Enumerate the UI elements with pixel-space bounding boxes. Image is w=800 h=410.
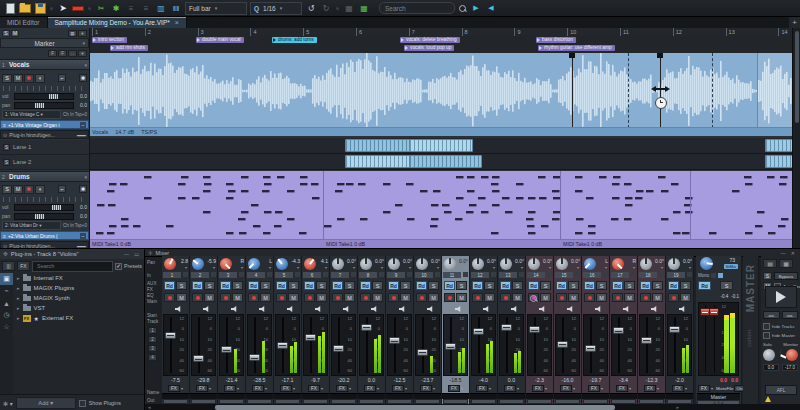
tab-project[interactable]: Samplitude Mixing Demo - You Are.VIP* × [48,17,187,28]
search-icon[interactable] [458,4,467,13]
mixer-channel-10[interactable]: 0.0°▾10RdSM12010204060-23.7FX▾ [414,256,442,404]
pan-knob[interactable] [556,258,568,270]
fx-button[interactable]: FX▾ [304,385,327,392]
read-automation-button[interactable]: Rd [528,281,539,290]
new-file-icon[interactable] [4,3,16,14]
mute-button[interactable]: M [372,293,383,302]
channel-number[interactable]: 17 [611,272,636,278]
speaker-icon[interactable] [175,306,182,312]
track-lock-icon[interactable]: ⌐ [58,74,66,82]
read-automation-button[interactable]: Rd [332,281,343,290]
mixer-channel-16[interactable]: L▾16RdSM12010204060-19.7FX▾ [582,256,610,404]
fx-button[interactable]: FX▾ [164,385,187,392]
mute-button[interactable]: M [260,293,271,302]
track-mute-button[interactable]: M [13,185,23,194]
pan-knob[interactable] [304,258,316,270]
stereo-enhancer-knob[interactable] [700,257,713,270]
speaker-icon[interactable] [259,306,266,312]
speaker-icon[interactable] [287,306,294,312]
track-header-drums[interactable]: 2 Drums▾ [0,171,89,182]
fx-button[interactable]: FX▾ [332,385,355,392]
speaker-icon[interactable] [651,306,658,312]
record-button[interactable] [304,293,315,302]
midi-notes[interactable] [90,171,792,240]
track-bank-3-button[interactable]: 3 [148,345,157,352]
mixer-window-buttons[interactable]: — ✕ [780,250,797,256]
solo-button[interactable]: S [680,281,691,290]
solo-button[interactable]: S [652,281,663,290]
marker-menu-button[interactable]: ▾ [78,50,87,57]
tree-item-vst[interactable]: ▸VST [13,303,144,313]
tree-item-magix-plugins[interactable]: ▸MAGIX Plugins [13,283,144,293]
track-monitor-icon[interactable]: ◖ [35,185,45,194]
channel-number[interactable]: 12 [471,272,496,278]
mixer-channel-2[interactable]: -5.9▾2RdSM12010204060-29.8FX▾ [190,256,218,404]
mono-button[interactable] [711,273,716,278]
channel-fader[interactable]: 12010204060 [555,314,580,376]
read-automation-button[interactable]: Rd [500,281,511,290]
remix-agent-icon[interactable]: ✱ [110,3,122,14]
track-bank-1-button[interactable]: 1 [148,327,157,334]
pan-slider[interactable] [14,102,74,109]
drums-midi-clip[interactable]: MIDI Take1 0 dB MIDI Take1 0 dB MIDI Tak… [90,171,792,248]
record-button[interactable] [500,293,511,302]
channel-fader[interactable]: 12010204060 [163,314,188,376]
channel-fader[interactable]: 12010204060 [303,314,328,376]
vocals-lane-2[interactable] [90,154,792,170]
grid-icon[interactable]: ▦ [68,30,77,37]
channel-fader[interactable]: 12010204060 [499,314,524,376]
solo-button[interactable]: S [372,281,383,290]
channel-number[interactable]: 3 [219,272,244,278]
fx-button[interactable]: FX▾ [528,385,551,392]
pan-knob[interactable] [332,258,344,270]
channel-fader[interactable]: 12010204060 [611,314,636,376]
pan-knob[interactable] [472,258,484,270]
channel-fader[interactable]: 12010204060 [667,314,692,376]
edit-cursor[interactable] [660,53,661,128]
solo-button[interactable]: S [260,281,271,290]
afl-button[interactable]: AFL [765,385,797,395]
mute-button[interactable]: M [568,293,579,302]
plugins-panel-title[interactable]: ✥ Plug-ins - Track 8 "Violins" — ▭ [0,249,144,259]
channel-fader[interactable]: 12010204060 [219,314,244,376]
record-button[interactable] [416,293,427,302]
crossfade-editor-icon[interactable]: ✂ [95,3,107,14]
read-automation-button[interactable]: Rd [444,281,455,290]
mute-button[interactable]: M [652,293,663,302]
pan-knob[interactable] [360,258,372,270]
solo-button[interactable]: S [624,281,635,290]
fx-button[interactable]: FX▾ [444,385,467,392]
mixer-channel-6[interactable]: 4.1▾6RdSM12010204060-9.7FX▾ [302,256,330,404]
solo-button[interactable]: S [540,281,551,290]
track-list-icon[interactable]: ≡ [140,3,152,14]
marker-label[interactable]: add rim shots [110,45,148,51]
take-clip[interactable] [345,139,410,152]
mixer-channel-8[interactable]: 0.0°▾8RdSM120102040600.0FX▾ [358,256,386,404]
undo-icon[interactable]: ↺ [305,3,317,14]
read-automation-button[interactable]: Rd [640,281,651,290]
mixer-channel-7[interactable]: 0.0°▾7RdSM12010204060-20.2FX▾ [330,256,358,404]
take-clip[interactable] [765,155,793,168]
favorites-star-icon[interactable]: ☆ [0,321,13,333]
mute-button[interactable]: M [316,293,327,302]
search-input[interactable] [385,5,449,12]
fx-button[interactable]: FX▾ [416,385,439,392]
fx-button[interactable]: FX▾ [276,385,299,392]
speaker-icon[interactable] [427,306,434,312]
snap-mode-select[interactable]: Full bar▾ [185,2,247,15]
track-fx-icon[interactable]: ✱ [79,74,87,82]
record-button[interactable] [528,293,539,302]
channel-fader[interactable]: 12010204060 [443,314,468,376]
pan-knob[interactable] [584,258,596,270]
fx-button[interactable]: FX▾ [192,385,215,392]
speaker-icon[interactable] [203,306,210,312]
read-automation-button[interactable]: Rd [668,281,679,290]
read-automation-button[interactable]: Rd [164,281,175,290]
track-monitor-icon[interactable]: ◖ [35,74,45,83]
channel-fader[interactable]: 12010204060 [387,314,412,376]
search-box[interactable] [379,2,455,14]
fx-button[interactable]: FX▾ [388,385,411,392]
pan-knob[interactable] [416,258,428,270]
plugin-search-box[interactable] [32,261,113,272]
read-automation-button[interactable]: Rd [612,281,623,290]
